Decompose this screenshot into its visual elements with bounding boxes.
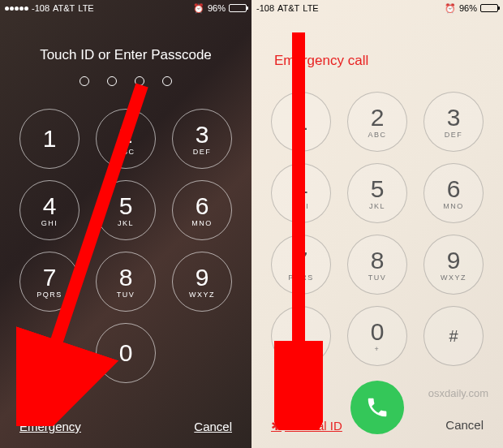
key-num: 6 <box>196 194 209 218</box>
passcode-keypad: 1 2ABC 3DEF 4GHI 5JKL 6MNO 7PQRS 8TUV 9W… <box>0 109 252 383</box>
signal-strength-icon <box>5 6 28 11</box>
key-7[interactable]: 7PQRS <box>271 235 331 295</box>
dialer-keypad: 1 2ABC 3DEF 4GHI 5JKL 6MNO 7PQRS 8TUV 9W… <box>252 92 503 366</box>
key-num: 8 <box>119 265 133 290</box>
key-num: 9 <box>196 265 209 290</box>
key-num: 9 <box>447 248 461 273</box>
key-letters: ABC <box>116 148 135 156</box>
passcode-dot <box>107 76 117 86</box>
passcode-screen: -108 AT&T LTE ⏰ 96% Touch ID or Enter Pa… <box>0 0 252 448</box>
battery-percent: 96% <box>208 3 226 13</box>
medical-id-button[interactable]: ✱Medical ID <box>271 418 342 433</box>
key-1[interactable]: 1 <box>271 92 331 152</box>
key-6[interactable]: 6MNO <box>172 180 232 240</box>
battery-icon <box>229 4 247 12</box>
key-num: 0 <box>371 320 385 344</box>
medical-id-icon: ✱ <box>271 418 282 433</box>
key-num: 4 <box>294 177 308 201</box>
medical-id-label: Medical ID <box>285 419 342 433</box>
key-num: 3 <box>196 123 209 147</box>
key-num: 2 <box>119 123 133 147</box>
carrier-name: AT&T <box>277 3 299 13</box>
key-num: 1 <box>294 110 308 134</box>
status-bar: -108 AT&T LTE ⏰ 96% <box>0 0 252 16</box>
key-num: 5 <box>119 194 133 218</box>
passcode-dots <box>0 76 252 86</box>
key-letters: WXYZ <box>189 291 215 299</box>
key-letters: ABC <box>368 131 386 139</box>
signal-value: -108 <box>256 3 274 13</box>
signal-value: -108 <box>32 3 49 13</box>
key-4[interactable]: 4GHI <box>271 163 331 223</box>
alarm-icon: ⏰ <box>445 3 456 14</box>
key-2[interactable]: 2ABC <box>347 92 407 152</box>
cancel-button[interactable]: Cancel <box>194 420 232 433</box>
key-6[interactable]: 6MNO <box>423 163 484 223</box>
key-5[interactable]: 5JKL <box>347 163 407 223</box>
key-letters: JKL <box>369 202 385 210</box>
key-num: 7 <box>294 248 308 273</box>
key-letters: + <box>375 345 380 353</box>
emergency-call-title: Emergency call <box>252 53 503 69</box>
key-letters: TUV <box>368 274 387 282</box>
passcode-dot <box>162 76 172 86</box>
key-num: 4 <box>43 194 57 218</box>
passcode-dot <box>135 76 144 86</box>
battery-percent: 96% <box>459 3 477 13</box>
key-3[interactable]: 3DEF <box>172 109 232 169</box>
key-0[interactable]: 0+ <box>347 306 407 366</box>
key-letters: MNO <box>191 219 213 227</box>
key-5[interactable]: 5JKL <box>96 180 156 240</box>
key-letters: DEF <box>445 131 463 139</box>
alarm-icon: ⏰ <box>193 3 204 14</box>
passcode-dot <box>80 76 89 86</box>
emergency-call-screen: -108 AT&T LTE ⏰ 96% Emergency call 1 2AB… <box>252 0 503 448</box>
key-2[interactable]: 2ABC <box>96 109 156 169</box>
key-0[interactable]: 0 <box>96 323 156 383</box>
key-letters: MNO <box>443 202 464 210</box>
key-num: # <box>449 328 458 344</box>
battery-icon <box>480 4 498 12</box>
key-letters: GHI <box>293 202 310 210</box>
key-letters: WXYZ <box>441 274 466 282</box>
network-type: LTE <box>78 3 93 13</box>
status-bar: -108 AT&T LTE ⏰ 96% <box>252 0 503 16</box>
key-num: 3 <box>447 106 461 130</box>
key-8[interactable]: 8TUV <box>96 252 156 312</box>
key-7[interactable]: 7PQRS <box>19 252 80 312</box>
key-num: 1 <box>43 127 57 151</box>
key-num: 6 <box>447 177 461 201</box>
key-num: 2 <box>371 106 385 130</box>
cancel-button[interactable]: Cancel <box>445 418 484 433</box>
network-type: LTE <box>303 3 318 13</box>
key-num: 7 <box>43 265 57 290</box>
key-hash[interactable]: # <box>423 306 484 366</box>
emergency-button[interactable]: Emergency <box>19 420 81 433</box>
watermark: osxdaily.com <box>428 387 488 399</box>
key-9[interactable]: 9WXYZ <box>172 252 232 312</box>
key-num: 0 <box>119 341 133 365</box>
phone-icon <box>365 395 389 420</box>
key-letters: PQRS <box>37 291 62 299</box>
key-letters: GHI <box>41 219 58 227</box>
key-num: * <box>298 328 304 344</box>
key-3[interactable]: 3DEF <box>423 92 484 152</box>
key-1[interactable]: 1 <box>19 109 80 169</box>
key-letters: DEF <box>193 148 212 156</box>
key-star[interactable]: * <box>271 306 331 366</box>
key-4[interactable]: 4GHI <box>19 180 80 240</box>
key-letters: TUV <box>117 291 135 299</box>
key-num: 8 <box>371 248 385 273</box>
carrier-name: AT&T <box>53 3 75 13</box>
key-num: 5 <box>371 177 385 201</box>
key-letters: JKL <box>118 219 134 227</box>
key-letters: PQRS <box>288 274 314 282</box>
key-8[interactable]: 8TUV <box>347 235 407 295</box>
passcode-title: Touch ID or Enter Passcode <box>0 47 252 63</box>
key-9[interactable]: 9WXYZ <box>423 235 484 295</box>
